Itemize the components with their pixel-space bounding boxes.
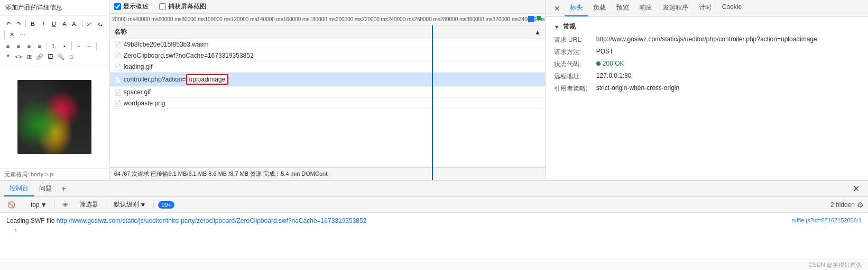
toolbar-quote-btn[interactable]: ❝ <box>3 52 13 61</box>
file-icon: 📄 <box>114 89 122 96</box>
add-tab-btn[interactable]: + <box>57 182 70 196</box>
console-clear-btn[interactable]: 🚫 <box>4 200 19 210</box>
detail-row: 状态代码:200 OK <box>554 60 860 69</box>
time-tick: 80000 ms <box>182 16 205 22</box>
toolbar-italic-btn[interactable]: I <box>39 19 48 29</box>
toolbar-list-ol-btn[interactable]: 1. <box>49 41 59 51</box>
close-button[interactable]: ✕ <box>550 1 565 16</box>
detail-tab-计时[interactable]: 计时 <box>694 0 717 16</box>
detail-tab-标头[interactable]: 标头 <box>565 0 588 16</box>
status-text: 64 /67 次请求 已传输6.1 MB/6.1 MB 8.6 MB /8.7 … <box>114 170 327 178</box>
level-label: 默认级别 <box>114 200 139 209</box>
detail-label: 远程地址: <box>554 72 596 81</box>
toolbar-underline-btn[interactable]: U <box>49 19 59 29</box>
timeline-marker-blue <box>528 16 534 22</box>
section-title: 常规 <box>563 22 576 31</box>
level-dropdown-btn[interactable]: 默认级别 ▼ <box>110 199 150 210</box>
toolbar-clearformat-btn[interactable]: ✕ <box>7 30 16 39</box>
detail-value: 127.0.0.1:80 <box>596 72 860 79</box>
toolbar-bold-btn[interactable]: B <box>28 19 38 29</box>
toolbar-align-left-btn[interactable]: ≡ <box>3 41 13 51</box>
dropdown-arrow-icon: ▼ <box>41 201 47 209</box>
detail-value: POST <box>596 48 860 55</box>
eye-icon: 👁 <box>62 201 69 209</box>
toolbar-align-center-btn[interactable]: ≡ <box>14 41 23 51</box>
status-bar: 64 /67 次请求 已传输6.1 MB/6.1 MB 8.6 MB /8.7 … <box>110 167 545 180</box>
detail-fields: 请求 URL:http://www.gosiwz.com/static/js/u… <box>554 35 860 93</box>
time-tick: 300000 ms <box>466 16 492 22</box>
time-tick: 320000 ms <box>493 16 519 22</box>
capture-screenshot-checkbox[interactable] <box>159 3 166 10</box>
toolbar-search-btn[interactable]: 🔍 <box>56 52 66 61</box>
file-list-item[interactable]: 📄ZeroClipboard.swf?noCache=1673319353852 <box>110 50 545 61</box>
file-list-item[interactable]: 📄49b8fcbe20e015f853b3.wasm <box>110 39 545 50</box>
add-product-label: 添加产品的详细信息 <box>5 4 62 11</box>
toolbar-font-btn[interactable]: Aː <box>70 19 80 29</box>
detail-tab-负载[interactable]: 负载 <box>588 0 611 16</box>
toolbar-indent-btn[interactable]: → <box>74 41 84 51</box>
detail-tab-Cookie[interactable]: Cookie <box>717 0 747 16</box>
toolbar-sep-c1 <box>23 201 23 209</box>
checkbox-row: 显示概述 捕获屏幕截图 <box>110 0 545 14</box>
middle-panel: 显示概述 捕获屏幕截图 20000 ms40000 ms60000 ms8000… <box>110 0 546 180</box>
top-dropdown-btn[interactable]: top ▼ <box>27 200 50 210</box>
filter-btn[interactable]: 筛选器 <box>76 199 101 210</box>
file-item-name: 49b8fcbe20e015f853b3.wasm <box>124 41 209 48</box>
console-expand-arrow[interactable]: › <box>6 226 862 234</box>
capture-screenshot-item[interactable]: 捕获屏幕截图 <box>159 2 206 11</box>
toolbar-strikethrough-btn[interactable]: A <box>60 19 69 29</box>
show-overview-checkbox[interactable] <box>114 3 121 10</box>
show-overview-label: 显示概述 <box>123 2 149 11</box>
time-tick: 280000 ms <box>440 16 466 22</box>
gear-icon[interactable]: ⚙ <box>857 201 864 209</box>
time-tick: 100000 ms <box>205 16 230 22</box>
toolbar-outdent-btn[interactable]: ← <box>85 41 94 51</box>
editor-image-area <box>0 65 109 168</box>
timeline-ruler: 20000 ms40000 ms60000 ms80000 ms100000 m… <box>110 14 545 25</box>
console-close-btn[interactable]: ✕ <box>848 181 864 196</box>
file-list-item[interactable]: 📄loading.gif <box>110 61 545 73</box>
toolbar-image-btn[interactable]: 🖼 <box>45 52 55 61</box>
toolbar-emoji-btn[interactable]: ☺ <box>67 52 76 61</box>
console-content: Loading SWF file http://www.gosiwz.com/s… <box>0 213 868 259</box>
file-list-item[interactable]: 📄spacer.gif <box>110 87 545 98</box>
toolbar-link-btn[interactable]: 🔗 <box>35 52 44 61</box>
tabs-header: ✕ 标头负载预览响应发起程序计时Cookie <box>546 0 868 17</box>
console-tab-console[interactable]: 控制台 <box>4 181 34 196</box>
timeline-ruler-inner: 20000 ms40000 ms60000 ms80000 ms100000 m… <box>110 16 545 22</box>
detail-tab-预览[interactable]: 预览 <box>611 0 634 16</box>
detail-tab-发起程序[interactable]: 发起程序 <box>658 0 694 16</box>
toolbar-redo-btn[interactable]: ↷ <box>14 19 23 29</box>
detail-row: 请求方法:POST <box>554 48 860 57</box>
toolbar-table-btn[interactable]: ⊞ <box>24 52 34 61</box>
toolbar-undo-btn[interactable]: ↶ <box>3 19 13 29</box>
detail-tab-响应[interactable]: 响应 <box>634 0 658 16</box>
toolbar-align-justify-btn[interactable]: ≡ <box>35 41 44 51</box>
file-icon: 📄 <box>114 100 122 107</box>
file-list-scroll[interactable]: 📄49b8fcbe20e015f853b3.wasm📄ZeroClipboard… <box>110 39 545 167</box>
console-log-source[interactable]: ruffle.js?id=87162152056:1 <box>791 217 862 223</box>
filter-label: 筛选器 <box>79 200 98 209</box>
time-tick: 120000 ms <box>231 16 257 22</box>
show-overview-item[interactable]: 显示概述 <box>114 2 149 11</box>
log-url-link[interactable]: http://www.gosiwz.com/static/js/ueditor/… <box>57 217 367 224</box>
file-list-item[interactable]: 📄controller.php?action=uploadimage <box>110 73 545 87</box>
file-item-name: spacer.gif <box>124 88 151 96</box>
bottom-section: 控制台 问题 + ✕ 🚫 top ▼ 👁 筛选器 默认级别 <box>0 180 868 270</box>
toolbar-code-btn[interactable]: <> <box>14 52 23 61</box>
toolbar-subscript-btn[interactable]: x₂ <box>95 19 105 29</box>
file-icon: 📄 <box>114 52 122 59</box>
time-tick: 20000 ms <box>112 16 135 22</box>
console-tab-issues[interactable]: 问题 <box>34 182 57 196</box>
section-toggle-icon[interactable]: ▼ <box>554 24 560 30</box>
toolbar-align-right-btn[interactable]: ≡ <box>24 41 34 51</box>
eye-btn[interactable]: 👁 <box>59 200 72 210</box>
element-path: 元素格局: body > p <box>0 168 109 180</box>
right-panel: ✕ 标头负载预览响应发起程序计时Cookie ▼ 常规 请求 URL:http:… <box>546 0 868 180</box>
toolbar-list-ul-btn[interactable]: • <box>60 41 69 51</box>
file-list-item[interactable]: 📄wordpaste.png <box>110 98 545 109</box>
toolbar-superscript-btn[interactable]: x² <box>85 19 94 29</box>
log-prefix: Loading SWF file <box>6 217 57 224</box>
toolbar-more-btn[interactable]: ⋯ <box>17 30 27 39</box>
capture-screenshot-label: 捕获屏幕截图 <box>168 2 206 11</box>
